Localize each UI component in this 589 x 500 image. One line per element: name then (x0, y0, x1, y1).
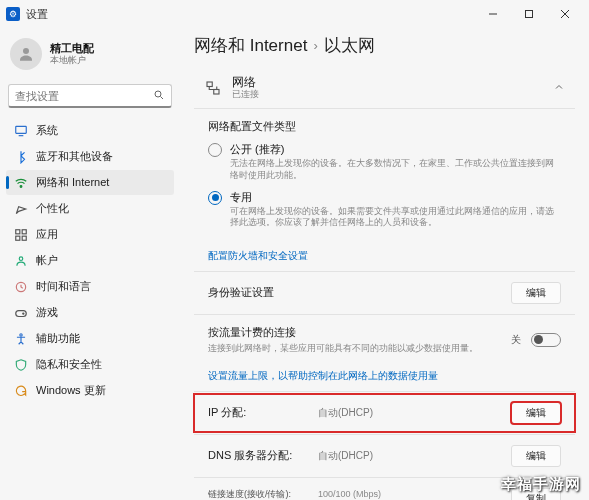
sidebar-item-label: 隐私和安全性 (36, 357, 102, 372)
sidebar-item-label: 游戏 (36, 305, 58, 320)
details-list: 链接速度(接收/传输):100/100 (Mbps) 本地链接 IPv6 地址:… (208, 488, 501, 500)
firewall-link[interactable]: 配置防火墙和安全设置 (208, 249, 308, 263)
prop-label: DNS 服务器分配: (208, 448, 308, 463)
radio-public[interactable]: 公开 (推荐) 无法在网络上发现你的设备。在大多数情况下，在家里、工作或公共位置… (208, 142, 561, 181)
sidebar-item-privacy[interactable]: 隐私和安全性 (6, 352, 174, 377)
dns-assignment-row: DNS 服务器分配: 自动(DHCP) 编辑 (194, 437, 575, 475)
svg-rect-1 (526, 11, 533, 18)
chevron-up-icon (553, 79, 565, 97)
svg-point-4 (23, 48, 29, 54)
breadcrumb: 网络和 Internet › 以太网 (194, 34, 575, 57)
auth-edit-button[interactable]: 编辑 (511, 282, 561, 304)
divider (194, 391, 575, 392)
gaming-icon (14, 306, 28, 320)
svg-rect-11 (22, 229, 26, 233)
nav-list: 系统 蓝牙和其他设备 网络和 Internet 个性化 应用 (6, 118, 174, 403)
time-icon (14, 280, 28, 294)
bluetooth-icon (14, 150, 28, 164)
chevron-right-icon: › (313, 38, 317, 53)
titlebar: ⚙ 设置 (0, 0, 589, 28)
sidebar-item-personalization[interactable]: 个性化 (6, 196, 174, 221)
svg-point-9 (20, 185, 22, 187)
accessibility-icon (14, 332, 28, 346)
search-input[interactable] (15, 90, 153, 102)
close-button[interactable] (547, 0, 583, 28)
section-title: 网络配置文件类型 (208, 119, 561, 134)
svg-rect-20 (214, 89, 219, 94)
prop-label: IP 分配: (208, 405, 308, 420)
data-limit-link[interactable]: 设置流量上限，以帮助控制在此网络上的数据使用量 (208, 369, 438, 383)
accounts-icon (14, 254, 28, 268)
prop-label: 身份验证设置 (208, 285, 308, 300)
radio-icon-checked (208, 191, 222, 205)
radio-icon (208, 143, 222, 157)
apps-icon (14, 228, 28, 242)
sidebar-item-label: 网络和 Internet (36, 175, 109, 190)
svg-point-14 (19, 256, 23, 260)
detail-value: 100/100 (Mbps) (318, 488, 501, 500)
sidebar-item-network[interactable]: 网络和 Internet (6, 170, 174, 195)
watermark: 幸福手游网 (501, 475, 581, 494)
prop-value: 自动(DHCP) (318, 449, 501, 463)
sidebar-item-gaming[interactable]: 游戏 (6, 300, 174, 325)
app-icon: ⚙ (6, 7, 20, 21)
svg-rect-19 (207, 82, 212, 87)
radio-desc: 可在网络上发现你的设备。如果需要文件共享或使用通过此网络通信的应用，请选择此选项… (230, 206, 561, 229)
update-icon (14, 384, 28, 398)
breadcrumb-leaf: 以太网 (324, 34, 375, 57)
maximize-button[interactable] (511, 0, 547, 28)
ip-edit-button[interactable]: 编辑 (511, 402, 561, 424)
sidebar-item-bluetooth[interactable]: 蓝牙和其他设备 (6, 144, 174, 169)
sidebar-item-label: 帐户 (36, 253, 58, 268)
shield-icon (14, 358, 28, 372)
sidebar-item-label: 辅助功能 (36, 331, 80, 346)
sidebar-item-apps[interactable]: 应用 (6, 222, 174, 247)
sidebar-item-label: Windows 更新 (36, 383, 106, 398)
account-block[interactable]: 精工电配 本地帐户 (6, 32, 174, 76)
svg-point-17 (23, 313, 24, 314)
radio-desc: 无法在网络上发现你的设备。在大多数情况下，在家里、工作或公共位置连接到网络时使用… (230, 158, 561, 181)
radio-label: 专用 (230, 190, 561, 205)
prop-desc: 连接到此网络时，某些应用可能具有不同的功能以减少数据使用量。 (208, 342, 501, 355)
minimize-button[interactable] (475, 0, 511, 28)
sidebar-item-update[interactable]: Windows 更新 (6, 378, 174, 403)
sidebar-item-label: 应用 (36, 227, 58, 242)
system-icon (14, 124, 28, 138)
sidebar: 精工电配 本地帐户 系统 蓝牙和其他设备 (0, 28, 180, 500)
window-title: 设置 (26, 7, 48, 22)
svg-rect-13 (22, 236, 26, 240)
sidebar-item-accessibility[interactable]: 辅助功能 (6, 326, 174, 351)
svg-point-5 (155, 91, 161, 97)
search-box[interactable] (8, 84, 172, 108)
network-title: 网络 (232, 75, 543, 89)
auth-row: 身份验证设置 编辑 (194, 274, 575, 312)
divider (194, 314, 575, 315)
svg-rect-12 (16, 236, 20, 240)
metered-toggle[interactable] (531, 333, 561, 347)
divider (194, 434, 575, 435)
account-name: 精工电配 (50, 42, 94, 55)
sidebar-item-accounts[interactable]: 帐户 (6, 248, 174, 273)
radio-label: 公开 (推荐) (230, 142, 561, 157)
dns-edit-button[interactable]: 编辑 (511, 445, 561, 467)
network-header[interactable]: 网络 已连接 (194, 67, 575, 109)
network-status: 已连接 (232, 89, 543, 100)
sidebar-item-system[interactable]: 系统 (6, 118, 174, 143)
detail-key: 链接速度(接收/传输): (208, 488, 318, 500)
profile-type-section: 网络配置文件类型 公开 (推荐) 无法在网络上发现你的设备。在大多数情况下，在家… (194, 109, 575, 243)
prop-label: 按流量计费的连接 (208, 325, 501, 340)
sidebar-item-time[interactable]: 时间和语言 (6, 274, 174, 299)
divider (194, 271, 575, 272)
metered-row: 按流量计费的连接 连接到此网络时，某些应用可能具有不同的功能以减少数据使用量。 … (194, 317, 575, 363)
svg-line-6 (161, 96, 164, 99)
account-type: 本地帐户 (50, 55, 94, 66)
ip-assignment-row: IP 分配: 自动(DHCP) 编辑 (194, 394, 575, 432)
toggle-state: 关 (511, 333, 521, 347)
breadcrumb-root[interactable]: 网络和 Internet (194, 34, 307, 57)
prop-value: 自动(DHCP) (318, 406, 501, 420)
ethernet-icon (204, 79, 222, 97)
radio-private[interactable]: 专用 可在网络上发现你的设备。如果需要文件共享或使用通过此网络通信的应用，请选择… (208, 190, 561, 229)
sidebar-item-label: 系统 (36, 123, 58, 138)
avatar (10, 38, 42, 70)
sidebar-item-label: 时间和语言 (36, 279, 91, 294)
